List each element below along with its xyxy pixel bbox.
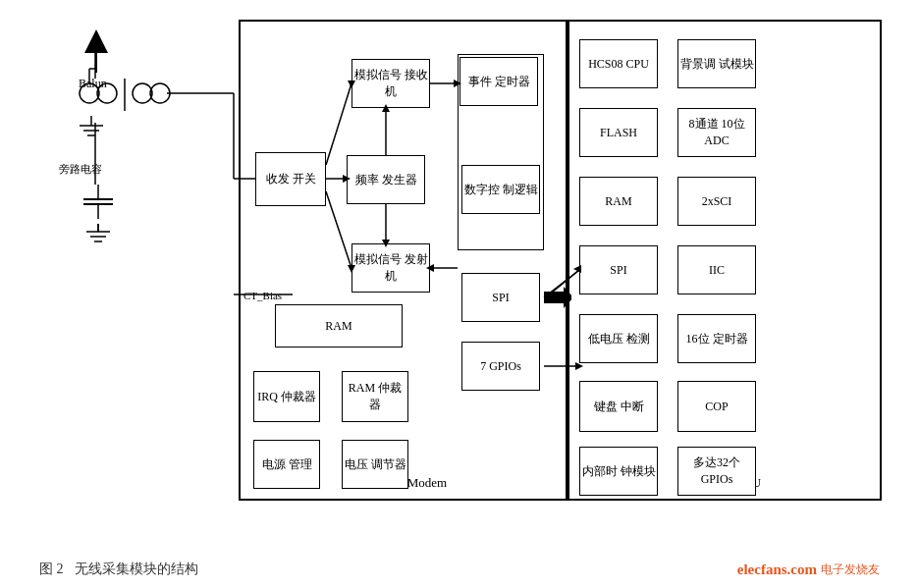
logo-sub: 电子发烧友	[821, 561, 880, 578]
caption-text: 图 2 无线采集模块的结构	[39, 561, 198, 578]
ram-mcu-box: RAM	[579, 177, 658, 226]
txrx-switch-box: 收发 开关	[255, 152, 326, 206]
irq-box: IRQ 仲裁器	[253, 371, 320, 422]
analog-tx-box: 模拟信号 发射机	[351, 243, 430, 293]
timer16-box: 16位 定时器	[677, 314, 756, 363]
svg-point-1	[97, 83, 117, 103]
internal-clk-box: 内部时 钟模块	[579, 447, 658, 496]
hcs08-cpu-box: HCS08 CPU	[579, 39, 658, 88]
svg-marker-47	[544, 287, 571, 308]
svg-point-0	[80, 83, 99, 103]
sci-box: 2xSCI	[677, 177, 756, 226]
ground2-svg	[79, 224, 118, 253]
bypass-label: 旁路电容	[59, 162, 102, 177]
spi-arrow-svg	[544, 287, 571, 308]
iic-box: IIC	[677, 245, 756, 294]
low-volt-box: 低电压 检测	[579, 314, 658, 363]
spi-modem-box: SPI	[461, 273, 540, 322]
svg-point-3	[150, 83, 170, 103]
cop-box: COP	[677, 381, 756, 432]
ram-arb-box: RAM 仲裁器	[342, 371, 408, 422]
logo-text: elecfans.com	[737, 561, 817, 578]
bg-debug-box: 背景调 试模块	[677, 39, 756, 88]
bypass-cap-svg	[79, 185, 118, 224]
digital-control-box: 数字控 制逻辑	[461, 165, 540, 214]
flash-box: FLASH	[579, 108, 658, 157]
freq-gen-box: 频率 发生器	[347, 155, 425, 204]
gpio32-box: 多达32个 GPIOs	[677, 447, 756, 496]
diagram-area: Balun 旁路电容	[18, 10, 901, 530]
svg-point-2	[133, 83, 152, 103]
digital-section-box	[458, 54, 544, 250]
kbd-int-box: 键盘 中断	[579, 381, 658, 432]
spi-arrow	[544, 287, 571, 308]
analog-rx-box: 模拟信号 接收机	[351, 59, 430, 108]
power-mgmt-box: 电源 管理	[253, 440, 320, 489]
caption-bar: 图 2 无线采集模块的结构 elecfans.com 电子发烧友	[0, 561, 919, 578]
ram-modem-box: RAM	[275, 304, 403, 347]
spi-mcu-box: SPI	[579, 245, 658, 294]
page: Balun 旁路电容	[0, 0, 919, 588]
logo-area: elecfans.com 电子发烧友	[737, 561, 880, 578]
ground1-svg	[72, 116, 111, 145]
voltage-reg-box: 电压 调节器	[342, 440, 408, 489]
gpios-box: 7 GPIOs	[461, 342, 540, 391]
antenna-icon	[84, 29, 108, 53]
adc-box: 8通道 10位ADC	[677, 108, 756, 157]
